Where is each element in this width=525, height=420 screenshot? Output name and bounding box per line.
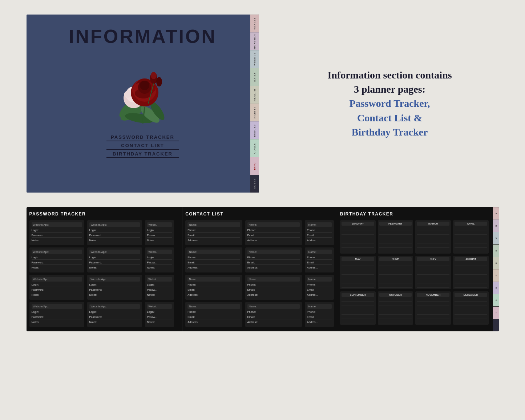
february-rows: [379, 227, 412, 252]
tab-habits[interactable]: HABITS: [250, 104, 259, 121]
btab-notes[interactable]: N: [493, 319, 499, 331]
oct-row-5: [379, 315, 412, 319]
jun-row-2: [379, 267, 412, 270]
oct-row-6: [379, 320, 412, 323]
contact-name-header9: Name:: [307, 222, 332, 227]
apr-row-4: [455, 240, 487, 243]
sep-row-3: [342, 307, 374, 310]
contact-address-11: Addres...: [307, 293, 332, 297]
pw-website-header6: Website/App:: [89, 250, 140, 254]
planner-cover: INFORMATION: [27, 15, 259, 193]
contact-entry-1-3: Name: Phone: Email: Address:: [185, 275, 242, 300]
feb-row-6: [379, 249, 412, 252]
btab-info[interactable]: I: [493, 307, 499, 319]
pw-entry-2-1: Website/App: Login: Password: Notes:: [87, 220, 142, 245]
birthday-tracker-title: BIRTHDAY TRACKER: [340, 211, 489, 217]
pw-entry-1-1: Website/App: Login: Password: Notes:: [29, 220, 84, 245]
apr-row-1: [455, 227, 487, 230]
btab-health[interactable]: H: [493, 257, 499, 269]
pw-login-8: Login:: [89, 310, 140, 314]
password-tracker-title: PASSWORD TRACKER: [29, 211, 178, 217]
tab-yearly[interactable]: YEARLY: [250, 15, 259, 32]
tab-budget[interactable]: BUDGET: [250, 121, 259, 139]
nov-row-2: [417, 302, 449, 306]
password-tracker-page: PASSWORD TRACKER Website/App: Login: Pas…: [27, 207, 183, 331]
august-rows: [455, 262, 487, 288]
pw-login-6: Login:: [89, 255, 140, 260]
pw-notes-4: Notes:: [32, 320, 82, 324]
contact-name-header5: Name:: [247, 222, 300, 227]
oct-row-1: [379, 298, 412, 302]
jul-row-6: [417, 284, 449, 288]
mar-row-2: [417, 231, 449, 235]
contact-name-header: Name:: [187, 222, 240, 227]
jul-row-4: [417, 275, 449, 279]
pw-password-8: Password:: [89, 315, 140, 319]
contact-address-5: Address:: [247, 238, 300, 242]
pw-password-10: Passw...: [147, 261, 172, 265]
pw-login-12: Login:: [147, 310, 172, 314]
mar-row-4: [417, 240, 449, 243]
nov-row-4: [417, 311, 449, 315]
contact-col-1: Name: Phone: Email: Address: Name: Phone…: [185, 220, 242, 327]
jun-row-3: [379, 271, 412, 275]
feb-row-5: [379, 244, 412, 248]
dec-row-4: [455, 311, 487, 315]
jan-row-4: [342, 240, 374, 243]
pw-entry-2-4: Website/App: Login: Password: Notes:: [87, 302, 142, 327]
cover-link-birthday: BIRTHDAY TRACKER: [106, 151, 179, 158]
oct-row-4: [379, 311, 412, 315]
btab-goals[interactable]: G: [493, 294, 499, 306]
jan-row-2: [342, 231, 374, 235]
contact-email-8: Email:: [247, 315, 300, 319]
info-line4: Contact List &: [357, 112, 422, 124]
tab-info[interactable]: INFO: [250, 157, 259, 175]
jul-row-1: [417, 262, 449, 266]
contact-email-4: Email:: [187, 315, 240, 319]
may-rows: [342, 262, 374, 288]
btab-daily[interactable]: D: [493, 245, 499, 257]
jan-row-3: [342, 235, 374, 239]
pw-notes-5: Notes:: [89, 238, 140, 242]
btab-weekly[interactable]: W: [493, 232, 499, 244]
info-line3: Password Tracker,: [350, 98, 430, 109]
contact-email-2: Email:: [187, 261, 240, 265]
pw-login-2: Login:: [32, 255, 82, 260]
tab-notes[interactable]: NOTES: [250, 175, 259, 193]
btab-monthly[interactable]: M: [493, 219, 499, 232]
pw-notes-1: Notes:: [32, 238, 82, 242]
april-header: APRIL: [455, 222, 487, 226]
tab-health[interactable]: HEALTH: [250, 86, 259, 104]
pw-login-3: Login:: [32, 283, 82, 287]
pw-website-header3: Website/App:: [32, 277, 82, 282]
month-june: JUNE: [378, 256, 413, 289]
contact-phone-9: Phone:: [307, 228, 332, 233]
apr-row-6: [455, 249, 487, 252]
sep-row-6: [342, 320, 374, 323]
bottom-section: PASSWORD TRACKER Website/App: Login: Pas…: [27, 207, 499, 331]
btab-habits[interactable]: H: [493, 269, 499, 282]
contact-entry-1-1: Name: Phone: Email: Address:: [185, 220, 242, 245]
tab-weekly[interactable]: WEEKLY: [250, 50, 259, 68]
contact-entry-2-1: Name: Phone: Email: Address:: [245, 220, 302, 245]
tab-daily[interactable]: DAILY: [250, 68, 259, 86]
tab-goals[interactable]: GOALS: [250, 139, 259, 157]
cover-title: INFORMATION: [27, 15, 259, 47]
tab-monthly[interactable]: MONTHLY: [250, 32, 259, 50]
cover-link-password: PASSWORD TRACKER: [106, 134, 179, 141]
contact-entry-1-4: Name: Phone: Email: Address:: [185, 302, 242, 327]
pw-website-header5: Website/App:: [89, 222, 140, 227]
btab-yearly[interactable]: Y: [493, 207, 499, 219]
contact-phone-2: Phone:: [187, 255, 240, 260]
apr-row-2: [455, 231, 487, 235]
info-line5: Birthday Tracker: [352, 126, 428, 138]
pw-notes-7: Notes:: [89, 293, 140, 297]
birthday-side-tabs: Y M W D H H B G I N: [493, 207, 499, 331]
contact-col-3: Name: Phone: Email: Addres... Name: Phon…: [305, 220, 334, 327]
december-header: DECEMBER: [455, 293, 487, 297]
svg-point-19: [151, 72, 157, 79]
pw-entry-3-4: Websi... Login: Passw... Notes:: [145, 302, 174, 327]
contact-phone-12: Phone:: [307, 310, 332, 314]
nov-row-6: [417, 320, 449, 323]
btab-budget[interactable]: B: [493, 282, 499, 294]
